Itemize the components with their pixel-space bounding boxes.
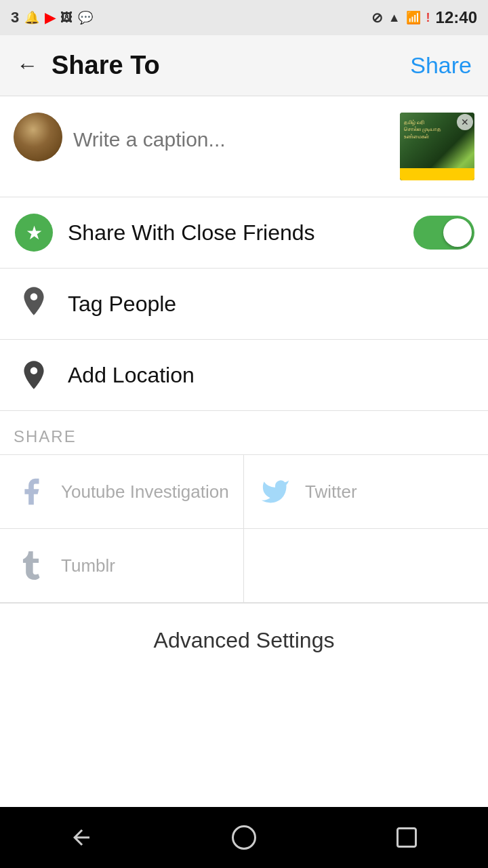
nav-back-icon [69, 825, 94, 850]
nav-recent-icon [396, 827, 417, 848]
tumblr-icon-wrap [14, 548, 49, 583]
close-friends-icon: ★ [14, 212, 54, 253]
status-right-icons: ⊘ ▲ 📶 ! 12:40 [371, 8, 477, 27]
avatar-image [14, 113, 62, 161]
tag-people-label: Tag People [68, 292, 474, 317]
page-title: Share To [52, 51, 410, 80]
nav-recent-button[interactable] [386, 817, 427, 858]
share-section-label: SHARE [0, 411, 488, 454]
nav-home-button[interactable] [224, 817, 264, 858]
location-icon [17, 358, 51, 392]
twitter-icon [260, 477, 290, 507]
image-icon: 🖼 [60, 11, 73, 25]
tumblr-icon [17, 551, 45, 580]
share-item-tumblr[interactable]: Tumblr [0, 529, 244, 603]
close-friends-toggle[interactable] [413, 216, 474, 250]
youtube-icon: ▶ [45, 9, 55, 26]
close-friends-row[interactable]: ★ Share With Close Friends [0, 197, 488, 269]
status-time: 12:40 [436, 8, 477, 27]
advanced-settings-button[interactable]: Advanced Settings [0, 603, 488, 677]
share-item-twitter[interactable]: Twitter [244, 455, 488, 529]
caption-input[interactable] [73, 113, 389, 167]
bottom-nav [0, 807, 488, 868]
nav-home-icon [232, 825, 256, 850]
status-number: 3 [11, 9, 19, 26]
add-location-label: Add Location [68, 363, 474, 388]
twitter-icon-wrap [258, 474, 293, 509]
signal-icon: 📶 [406, 10, 421, 25]
share-grid: Youtube Investigation Twitter Tumblr [0, 454, 488, 603]
status-left-icons: 3 🔔 ▶ 🖼 💬 [11, 9, 93, 26]
share-item-youtube-investigation[interactable]: Youtube Investigation [0, 455, 244, 529]
caption-area: தமிழ் வரிசொல்ல முடியாதஉண்மைகள் ✕ [0, 96, 488, 197]
share-item-label-twitter: Twitter [305, 481, 357, 502]
user-avatar [14, 113, 62, 161]
top-bar: ← Share To Share [0, 35, 488, 96]
star-circle-icon: ★ [15, 214, 53, 252]
back-button[interactable]: ← [16, 53, 38, 78]
whatsapp-icon: 💬 [78, 10, 93, 25]
share-item-label-tumblr: Tumblr [61, 555, 115, 576]
share-action-button[interactable]: Share [410, 52, 472, 79]
close-friends-label: Share With Close Friends [68, 220, 413, 245]
share-item-label-youtube-investigation: Youtube Investigation [61, 481, 229, 502]
tag-people-row[interactable]: Tag People [0, 269, 488, 340]
alert-icon: ! [426, 11, 430, 25]
add-location-row[interactable]: Add Location [0, 340, 488, 411]
wifi-icon: ▲ [388, 11, 401, 25]
toggle-knob [443, 218, 472, 247]
tag-people-icon [17, 284, 51, 324]
video-thumbnail: தமிழ் வரிசொல்ல முடியாதஉண்மைகள் ✕ [400, 113, 474, 180]
facebook-icon-wrap [14, 474, 49, 509]
advanced-settings-label: Advanced Settings [154, 628, 335, 652]
add-location-icon-wrap [14, 355, 54, 395]
tag-people-icon-wrap [14, 283, 54, 324]
facebook-icon [16, 476, 47, 507]
notification-icon: 🔔 [24, 10, 39, 25]
share-grid-empty [244, 529, 488, 603]
nav-back-button[interactable] [61, 817, 102, 858]
status-bar: 3 🔔 ▶ 🖼 💬 ⊘ ▲ 📶 ! 12:40 [0, 0, 488, 35]
thumbnail-close-button[interactable]: ✕ [457, 114, 473, 130]
blocked-icon: ⊘ [371, 9, 383, 26]
